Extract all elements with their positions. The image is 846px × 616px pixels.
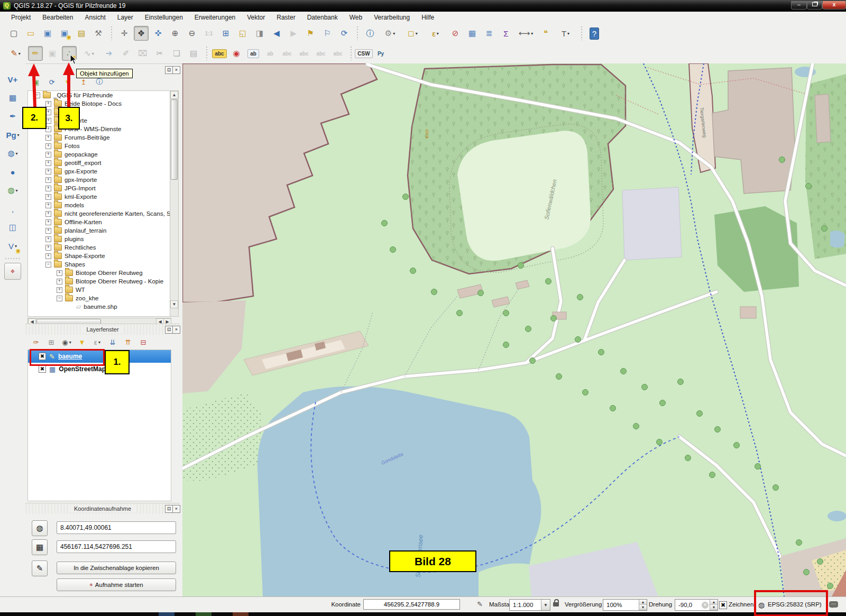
projected-coordinate-field[interactable]: [57, 540, 176, 553]
composer-manager[interactable]: ⚒: [91, 26, 106, 41]
layer-labeling[interactable]: abc: [212, 46, 227, 61]
coordinate-input[interactable]: [363, 599, 460, 610]
expand-expander-icon[interactable]: +: [57, 270, 62, 276]
expand-expander-icon[interactable]: +: [45, 135, 51, 141]
expand-all[interactable]: ⇊: [106, 336, 119, 348]
expand-expander-icon[interactable]: +: [45, 143, 51, 149]
new-bookmark[interactable]: ⚑: [303, 26, 318, 41]
menu-erweiterungen[interactable]: Erweiterungen: [189, 12, 241, 23]
tree-item[interactable]: +Forums-Beiträge: [28, 133, 171, 142]
layers-float-icon[interactable]: ⊡: [165, 326, 173, 334]
menu-bearbeiten[interactable]: Bearbeiten: [36, 12, 79, 23]
save-project[interactable]: ▣: [40, 26, 55, 41]
expand-expander-icon[interactable]: +: [45, 194, 51, 200]
expand-expander-icon[interactable]: +: [45, 253, 51, 259]
add-delimited-text-layer[interactable]: ,: [4, 200, 21, 217]
start-capture-button[interactable]: ⌖ Aufnahme starten: [57, 578, 176, 591]
deselect-all[interactable]: ⊘: [448, 26, 463, 41]
copy-to-clipboard-button[interactable]: In die Zwischenablage kopieren: [57, 562, 176, 574]
tree-item[interactable]: −Shapes: [28, 260, 171, 269]
taskbar-item[interactable]: [159, 612, 174, 616]
tree-item[interactable]: +Beide Biotope - Docs: [28, 99, 171, 108]
python-console[interactable]: Py: [373, 46, 388, 61]
feature-edit-tools[interactable]: ✐: [118, 46, 133, 61]
tree-item[interactable]: −zoo_khe: [28, 294, 171, 302]
taskbar-item[interactable]: [196, 612, 212, 616]
expand-expander-icon[interactable]: +: [57, 287, 62, 293]
text-annotation[interactable]: T▾: [555, 26, 576, 41]
expand-expander-icon[interactable]: +: [45, 236, 51, 242]
spin-arrows[interactable]: ▲▼: [639, 600, 647, 610]
open-layer-styling[interactable]: ✑: [30, 336, 42, 348]
save-project-as[interactable]: ▣✱: [57, 26, 72, 41]
tree-item[interactable]: +Biotope Oberer Reutweg - Kopie: [28, 277, 171, 286]
tree-item[interactable]: +JPG-Import: [28, 184, 171, 192]
menu-web[interactable]: Web: [344, 12, 368, 23]
collapse-expander-icon[interactable]: −: [45, 262, 51, 268]
paste-features[interactable]: ▤: [186, 46, 201, 61]
crs-status[interactable]: EPSG:25832 (SRP): [768, 601, 822, 608]
zoom-last[interactable]: ◀: [269, 26, 284, 41]
add-virtual-layer[interactable]: ◫: [4, 219, 21, 236]
expand-expander-icon[interactable]: +: [45, 152, 51, 158]
add-raster-layer[interactable]: ▦: [4, 89, 21, 106]
coord-float-icon[interactable]: ⊡: [165, 505, 173, 513]
menu-einstellungen[interactable]: Einstellungen: [139, 12, 189, 23]
layers-close-icon[interactable]: ×: [172, 326, 180, 334]
filter-by-expression[interactable]: ε▾: [91, 336, 104, 348]
magnifier-spinbox[interactable]: 100% ▲▼: [603, 599, 647, 611]
layer-item-openstreetmap[interactable]: ✖▦OpenStreetMap: [28, 363, 171, 375]
new-print-composer[interactable]: ▤: [74, 26, 89, 41]
tree-item[interactable]: +Fotos: [28, 142, 171, 150]
tree-item[interactable]: +plugins: [28, 235, 171, 243]
expand-expander-icon[interactable]: +: [45, 101, 51, 107]
menu-raster[interactable]: Raster: [271, 12, 301, 23]
csw-search[interactable]: CSW: [356, 46, 371, 61]
layer-visibility-checkbox[interactable]: ✖: [39, 365, 46, 373]
filter-browser[interactable]: ▼: [61, 76, 74, 88]
zoom-next[interactable]: ▶: [286, 26, 301, 41]
menu-ansicht[interactable]: Ansicht: [79, 12, 111, 23]
copy-features[interactable]: ❏: [169, 46, 184, 61]
scroll-down-icon[interactable]: ▼: [170, 300, 178, 308]
add-selected-layers[interactable]: ▣: [30, 76, 42, 88]
current-edits[interactable]: ✎▾: [5, 46, 26, 61]
projected-crs-button[interactable]: ▦: [32, 539, 48, 555]
close-button[interactable]: x: [822, 1, 846, 10]
tree-item[interactable]: +er_alt: [28, 108, 171, 116]
help[interactable]: ?: [587, 26, 602, 41]
collapse-expander-icon[interactable]: −: [34, 93, 40, 98]
add-feature[interactable]: ∴✱: [62, 46, 77, 61]
manage-layer-visibility[interactable]: ◉▾: [60, 336, 73, 348]
crs-globe-icon[interactable]: ◍: [758, 601, 765, 609]
layer-list[interactable]: ✖✎baeume✖▦OpenStreetMap: [27, 350, 171, 501]
add-wms-layer[interactable]: ◍▾: [4, 145, 21, 162]
identify-features[interactable]: ⓘ: [363, 26, 378, 41]
highlight-pinned-labels[interactable]: ab: [263, 46, 278, 61]
layer-diagram[interactable]: ◉: [229, 46, 244, 61]
menu-hilfe[interactable]: Hilfe: [416, 12, 440, 23]
geographic-coordinate-field[interactable]: [57, 521, 176, 534]
tree-item[interactable]: +Rechtliches: [28, 243, 171, 252]
expand-expander-icon[interactable]: +: [45, 169, 51, 174]
rotation-spinbox[interactable]: -90,0 ✕ ▲▼: [675, 599, 718, 611]
collapse-expander-icon[interactable]: −: [57, 296, 62, 301]
move-feature[interactable]: ➔: [102, 46, 116, 61]
add-spatialite-layer[interactable]: ✒: [4, 108, 21, 125]
remove-layer[interactable]: ⊟: [137, 336, 150, 348]
tree-item[interactable]: +Forst - WMS-Dienste: [28, 125, 171, 133]
run-feature-action[interactable]: ⚙▾: [380, 26, 400, 41]
change-label[interactable]: abc: [330, 46, 345, 61]
taskbar-item[interactable]: [233, 612, 249, 616]
tree-item[interactable]: +Biotope Oberer Reutweg: [28, 269, 171, 277]
expand-expander-icon[interactable]: +: [45, 186, 51, 191]
expand-expander-icon[interactable]: +: [45, 228, 51, 234]
zoom-full[interactable]: ⊞: [218, 26, 233, 41]
save-layer-edits[interactable]: ▣: [45, 46, 60, 61]
touch-zoom-pan[interactable]: ✛: [117, 26, 132, 41]
browser-float-icon[interactable]: ⊡: [165, 66, 173, 74]
track-mouse-button[interactable]: ✎: [32, 560, 48, 576]
browser-tree[interactable]: −_QGIS für Pilzfreunde+Beide Biotope - D…: [27, 90, 171, 317]
zoom-native[interactable]: 1:1: [201, 26, 216, 41]
expand-expander-icon[interactable]: +: [45, 177, 51, 183]
